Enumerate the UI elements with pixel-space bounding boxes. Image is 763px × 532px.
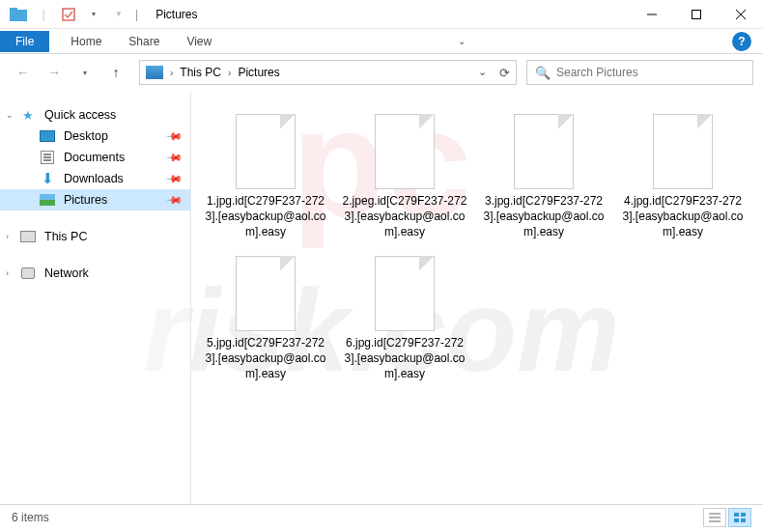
file-name: 1.jpg.id[C279F237-2723].[easybackup@aol.… (201, 193, 330, 240)
sidebar-quick-access[interactable]: ⌄ ★ Quick access (0, 104, 190, 126)
breadcrumb-root-icon (146, 66, 163, 79)
desktop-icon (39, 128, 56, 144)
caret-right-icon[interactable]: › (6, 232, 9, 241)
help-button[interactable]: ? (732, 32, 751, 51)
generic-file-icon (510, 108, 578, 189)
ribbon-expand-icon[interactable]: ⌄ (458, 36, 466, 46)
sidebar-label: Network (44, 266, 89, 280)
file-name: 2.jpeg.id[C279F237-2723].[easybackup@aol… (340, 193, 469, 240)
file-item[interactable]: 6.jpg.id[C279F237-2723].[easybackup@aol.… (340, 250, 469, 382)
sidebar-network[interactable]: › Network (0, 263, 190, 284)
breadcrumb-segment-pictures[interactable]: Pictures (234, 66, 283, 79)
refresh-button[interactable]: ⟳ (499, 66, 510, 80)
generic-file-icon (232, 250, 299, 331)
file-list[interactable]: 1.jpg.id[C279F237-2723].[easybackup@aol.… (191, 91, 763, 504)
sidebar-this-pc[interactable]: › This PC (0, 226, 190, 247)
sidebar-label: Quick access (44, 108, 116, 122)
file-item[interactable]: 3.jpg.id[C279F237-2723].[easybackup@aol.… (479, 108, 608, 240)
folder-icon (8, 4, 29, 25)
properties-icon[interactable] (58, 4, 79, 25)
sidebar-item-label: Desktop (64, 129, 108, 143)
tab-share[interactable]: Share (115, 31, 173, 52)
breadcrumb-dropdown-icon[interactable]: ⌄ (475, 66, 490, 80)
generic-file-icon (232, 108, 299, 189)
file-item[interactable]: 1.jpg.id[C279F237-2723].[easybackup@aol.… (201, 108, 330, 240)
generic-file-icon (371, 250, 438, 331)
maximize-button[interactable] (674, 0, 719, 29)
svg-rect-3 (10, 8, 17, 12)
sidebar-item-documents[interactable]: Documents 📌 (0, 147, 190, 168)
caret-right-icon[interactable]: › (6, 268, 9, 278)
svg-rect-6 (692, 10, 701, 18)
documents-icon (39, 150, 56, 165)
chevron-right-icon[interactable]: › (225, 68, 234, 78)
status-bar: 6 items (0, 504, 763, 529)
generic-file-icon (371, 108, 438, 189)
history-dropdown-icon[interactable]: ▾ (71, 59, 99, 86)
ribbon: File Home Share View ⌄ ? (0, 29, 763, 54)
pin-icon: 📌 (164, 169, 183, 187)
item-count: 6 items (12, 511, 49, 524)
network-icon (19, 266, 37, 281)
search-input[interactable] (556, 66, 745, 79)
breadcrumb-segment-thispc[interactable]: This PC (176, 66, 225, 79)
file-name: 5.jpg.id[C279F237-2723].[easybackup@aol.… (201, 335, 330, 382)
close-button[interactable] (719, 0, 763, 29)
file-item[interactable]: 4.jpg.id[C279F237-2723].[easybackup@aol.… (618, 108, 748, 240)
file-name: 3.jpg.id[C279F237-2723].[easybackup@aol.… (479, 193, 608, 240)
file-item[interactable]: 2.jpeg.id[C279F237-2723].[easybackup@aol… (340, 108, 469, 240)
computer-icon (19, 229, 37, 244)
file-menu[interactable]: File (0, 31, 49, 52)
generic-file-icon (649, 108, 717, 189)
svg-rect-14 (734, 518, 739, 522)
qat-separator: | (33, 4, 54, 25)
sidebar-item-downloads[interactable]: ⬇ Downloads 📌 (0, 168, 190, 189)
sidebar-item-pictures[interactable]: Pictures 📌 (0, 189, 190, 210)
back-button[interactable]: ← (10, 59, 37, 86)
file-name: 6.jpg.id[C279F237-2723].[easybackup@aol.… (340, 335, 469, 382)
file-item[interactable]: 5.jpg.id[C279F237-2723].[easybackup@aol.… (201, 250, 330, 382)
svg-rect-15 (741, 518, 746, 522)
quick-access-toolbar: | ▾ ▼ (0, 4, 129, 25)
pin-icon: 📌 (164, 148, 183, 166)
pin-icon: 📌 (164, 126, 183, 145)
qat-dropdown-icon[interactable]: ▾ (83, 4, 104, 25)
sidebar-item-label: Pictures (64, 193, 107, 207)
tab-view[interactable]: View (173, 31, 225, 52)
breadcrumb[interactable]: › This PC › Pictures ⌄ ⟳ (139, 60, 517, 85)
file-name: 4.jpg.id[C279F237-2723].[easybackup@aol.… (618, 193, 748, 240)
title-bar: | ▾ ▼ | Pictures (0, 0, 763, 29)
sidebar-item-label: Documents (64, 151, 125, 164)
search-box[interactable]: 🔍 (526, 60, 753, 85)
search-icon: 🔍 (535, 66, 551, 80)
window-title: Pictures (155, 8, 197, 21)
svg-rect-13 (741, 513, 746, 517)
details-view-button[interactable] (703, 508, 726, 527)
star-icon: ★ (19, 107, 37, 123)
qat-divider: ▼ (108, 4, 129, 25)
up-button[interactable]: ↑ (102, 59, 129, 86)
navigation-pane: ⌄ ★ Quick access Desktop 📌 Documents 📌 ⬇… (0, 91, 191, 504)
navigation-bar: ← → ▾ ↑ › This PC › Pictures ⌄ ⟳ 🔍 (0, 54, 763, 91)
forward-button[interactable]: → (41, 59, 68, 86)
svg-rect-12 (734, 513, 739, 517)
tab-home[interactable]: Home (57, 31, 115, 52)
title-separator: | (135, 8, 138, 21)
svg-rect-4 (63, 9, 74, 20)
window-controls (630, 0, 763, 29)
pictures-icon (39, 192, 56, 208)
minimize-button[interactable] (630, 0, 674, 29)
sidebar-item-desktop[interactable]: Desktop 📌 (0, 126, 190, 147)
sidebar-item-label: Downloads (64, 172, 124, 185)
caret-down-icon[interactable]: ⌄ (6, 110, 14, 120)
chevron-right-icon[interactable]: › (167, 68, 176, 78)
sidebar-label: This PC (44, 230, 87, 243)
pin-icon: 📌 (164, 190, 183, 209)
icons-view-button[interactable] (728, 508, 751, 527)
downloads-icon: ⬇ (39, 171, 56, 186)
